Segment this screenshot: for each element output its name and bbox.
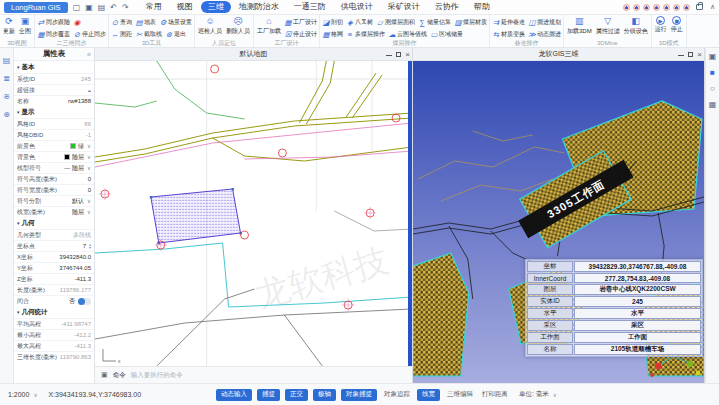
- unit-select[interactable]: 单位: 毫米: [519, 390, 557, 399]
- tab-mining-design[interactable]: 采矿设计: [381, 1, 427, 13]
- sync-overlay-button[interactable]: ▦同步覆盖: [37, 30, 70, 39]
- seam-area-button[interactable]: ▱测煤层面积: [376, 18, 415, 27]
- polar-toggle[interactable]: 极轴: [313, 389, 336, 401]
- property-row: 最小高程-412.2: [14, 329, 94, 340]
- stop-button[interactable]: ◼ 停止: [670, 16, 684, 33]
- closed-toggle[interactable]: [78, 298, 91, 305]
- circle-tool-icon[interactable]: ○: [710, 84, 715, 93]
- linetype-select[interactable]: — 随层: [64, 164, 91, 173]
- panel-tree-icon[interactable]: ≣: [3, 74, 10, 83]
- grade-color-button[interactable]: ◧ 分级设色: [623, 16, 649, 35]
- collapse-ribbon-icon[interactable]: ∧: [710, 3, 715, 11]
- extend-tunnel-button[interactable]: ⇉延伸巷道: [492, 18, 525, 27]
- seam-material-button[interactable]: ▨煤层材质: [454, 18, 487, 27]
- print-distance-toggle[interactable]: 打印距离: [480, 389, 510, 401]
- redo-icon[interactable]: ↷: [122, 3, 129, 12]
- attribute-filter-button[interactable]: ▽ 属性过滤: [595, 16, 621, 35]
- terrain-button[interactable]: ▤地表: [135, 18, 156, 27]
- save-icon[interactable]: ▢: [73, 3, 81, 12]
- layers-icon[interactable]: ▣: [709, 52, 717, 61]
- tab-3d[interactable]: 三维: [201, 1, 231, 13]
- factory-load-button[interactable]: ⌂ 工厂加载: [256, 16, 282, 35]
- tab-cloud[interactable]: 云协作: [428, 1, 466, 13]
- tab-help[interactable]: 帮助: [467, 1, 497, 13]
- map-canvas[interactable]: 龙软科技 x: [95, 61, 412, 366]
- stop-sync-button[interactable]: ⊘停止同步: [73, 30, 106, 39]
- sync-camera-button[interactable]: ◉: [73, 18, 81, 27]
- edit-3d-toggle[interactable]: 三维编辑: [445, 389, 475, 401]
- foreground-color-select[interactable]: 绿: [70, 142, 91, 151]
- region-reserve-button[interactable]: ▭区域储量: [430, 30, 463, 39]
- viewer3d-viewport[interactable]: 龙软科技: [413, 61, 704, 383]
- object-snap-toggle[interactable]: 对象捕捉: [341, 389, 377, 401]
- dynamic-input-toggle[interactable]: 动态输入: [216, 389, 252, 401]
- table-tool-icon[interactable]: ▦: [709, 100, 717, 109]
- section-basic[interactable]: 基本: [14, 61, 94, 73]
- clip-line-button[interactable]: ✂截取线: [135, 30, 162, 39]
- update-button[interactable]: ⟳ 更新: [2, 16, 16, 35]
- saveas-icon[interactable]: ▣: [85, 3, 93, 12]
- map-tab-title[interactable]: 默认地图: [95, 49, 412, 59]
- run-button[interactable]: ▶ 运行: [654, 16, 668, 33]
- lineweight-toggle[interactable]: 线宽: [417, 389, 440, 401]
- stop-design-button[interactable]: ☒停止设计: [284, 30, 317, 39]
- full-extent-button[interactable]: ▣ 全图: [18, 16, 32, 35]
- collapse-panel-icon[interactable]: «: [87, 51, 91, 58]
- inspect-person-button[interactable]: ☺ 巡检人员: [197, 16, 223, 35]
- select-box-icon[interactable]: ■: [710, 68, 715, 77]
- section-cut-button[interactable]: ◪剖切: [322, 18, 343, 27]
- selected-region[interactable]: [151, 189, 241, 243]
- tab-power-design[interactable]: 供电设计: [334, 1, 380, 13]
- factory-design-button[interactable]: ▦工厂设计: [284, 18, 317, 27]
- window-splitter[interactable]: [408, 61, 412, 366]
- undo-icon[interactable]: ↶: [110, 3, 117, 12]
- panel-list-icon[interactable]: ▤: [3, 56, 11, 65]
- ortho-toggle[interactable]: 正交: [285, 389, 308, 401]
- svg-text:x: x: [118, 358, 121, 364]
- object-track-toggle[interactable]: 对象追踪: [382, 389, 412, 401]
- command-input[interactable]: 输入要执行的命令: [131, 371, 183, 380]
- theme-bag-icon[interactable]: [696, 4, 703, 10]
- minimize-icon[interactable]: [386, 55, 392, 56]
- background-color-select[interactable]: 随层: [64, 153, 91, 162]
- close-icon[interactable]: ×: [405, 48, 410, 61]
- contour-button[interactable]: ☁云图等值线: [388, 30, 427, 39]
- maximize-icon[interactable]: [396, 52, 401, 57]
- section-display[interactable]: 显示: [14, 106, 94, 118]
- panel-globe-icon[interactable]: ⊕: [3, 110, 10, 119]
- tab-home[interactable]: 常用: [139, 1, 169, 13]
- maximize-icon[interactable]: [688, 52, 693, 57]
- excavation-plan-button[interactable]: ◫掘进规划: [528, 18, 561, 27]
- vertex-count-stepper[interactable]: 7▴▾: [83, 243, 91, 250]
- multi-seam-button[interactable]: ≡多煤层操作: [346, 30, 385, 39]
- octree-button[interactable]: ◈八叉树: [346, 18, 373, 27]
- query-button[interactable]: ⊙查询: [111, 18, 132, 27]
- print-icon[interactable]: ▤: [98, 3, 106, 12]
- reserve-estimate-button[interactable]: ∑储量估算: [418, 18, 451, 27]
- measure-button[interactable]: ↔测距: [111, 30, 132, 39]
- minimize-icon[interactable]: [678, 55, 684, 56]
- linewidth-select[interactable]: 随层: [72, 208, 91, 217]
- section-geometry-stats[interactable]: 几何统计: [14, 306, 94, 318]
- remove-person-button[interactable]: ☹ 删除人员: [225, 16, 251, 35]
- symbol-split-select[interactable]: 默认: [72, 197, 91, 206]
- load-3dm-button[interactable]: ▥ 加载3DM: [566, 16, 593, 35]
- tab-ventilation[interactable]: 一通三防: [287, 1, 333, 13]
- panel-layers-icon[interactable]: ≋: [3, 92, 10, 101]
- hyperlink-icon[interactable]: ⌁: [87, 87, 91, 94]
- close-icon[interactable]: ×: [697, 48, 702, 61]
- avatar: [673, 4, 680, 11]
- property-row: 符号高度(毫米)0: [14, 173, 94, 184]
- scene-settings-button[interactable]: ⚙场景设置: [159, 18, 192, 27]
- section-geometry[interactable]: 几何: [14, 217, 94, 229]
- tab-view[interactable]: 视图: [170, 1, 200, 13]
- snap-toggle[interactable]: 捕捉: [257, 389, 280, 401]
- grid-button[interactable]: ▦格网: [322, 30, 343, 39]
- scale-select[interactable]: 1:2000: [8, 391, 37, 398]
- sync-follow-button[interactable]: ⇄同步跟随: [37, 18, 70, 27]
- exit-button[interactable]: ⊗退出: [165, 30, 186, 39]
- dynamic-excavation-button[interactable]: ≫动态掘进: [528, 30, 561, 39]
- octree-icon: ◈: [346, 18, 354, 27]
- material-swap-button[interactable]: ⇆材质变换: [492, 30, 525, 39]
- tab-geosurvey[interactable]: 地测防治水: [232, 1, 286, 13]
